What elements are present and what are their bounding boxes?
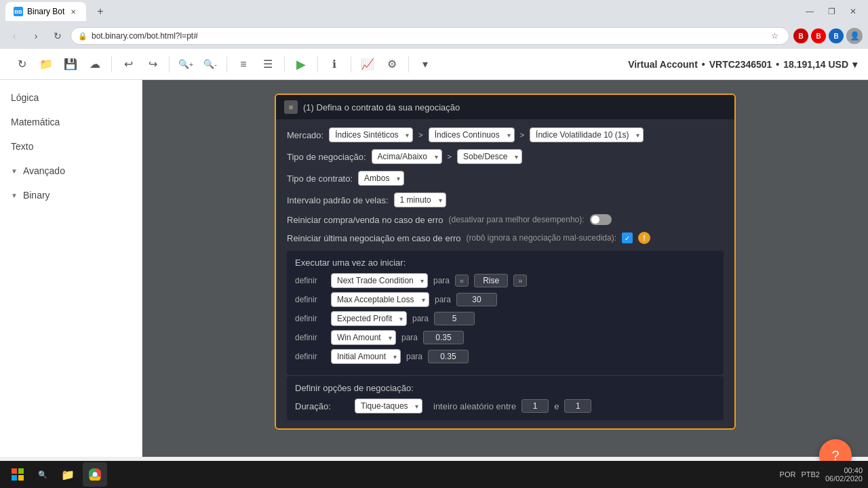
tab-close-button[interactable]: ✕	[68, 7, 78, 16]
toolbar-chart-button[interactable]: 📈	[357, 54, 378, 75]
back-button[interactable]: ‹	[5, 27, 23, 45]
toolbar-list1-button[interactable]: ≡	[233, 54, 254, 75]
win-amount-input[interactable]	[423, 331, 464, 344]
user-avatar[interactable]: 👤	[846, 28, 863, 44]
quote-right-btn[interactable]: »	[513, 274, 527, 287]
maximize-button[interactable]: ❐	[822, 2, 841, 21]
toolbar-zoom-in-button[interactable]: 🔍+	[175, 54, 197, 75]
forward-button[interactable]: ›	[27, 27, 45, 45]
toolbar-undo-button[interactable]: ↩	[117, 54, 139, 75]
toolbar-folder-button[interactable]: 📁	[35, 54, 57, 75]
max-loss-select-input[interactable]: Max Acceptable Loss	[337, 295, 415, 304]
initial-amount-select-input[interactable]: Initial Amount	[337, 352, 387, 361]
tipo-negociacao-select-2[interactable]: Sobe/Desce	[457, 149, 522, 164]
tipo-negociacao-select-input-2[interactable]: Sobe/Desce	[463, 152, 508, 161]
start-button[interactable]	[5, 462, 30, 487]
close-button[interactable]: ✕	[844, 2, 863, 21]
win-amount-select-input[interactable]: Win Amount	[337, 333, 382, 342]
toolbar-info-button[interactable]: ℹ	[323, 54, 345, 75]
mercado-select-input-2[interactable]: Índices Contínuos	[435, 130, 500, 140]
max-loss-input[interactable]	[456, 293, 497, 306]
define-row-expected-profit: definir Expected Profit para	[295, 311, 715, 326]
tipo-negociacao-select-input[interactable]: Acima/Abaixo	[378, 152, 428, 161]
next-trade-select-input[interactable]: Next Trade Condition	[337, 276, 414, 285]
tab-favicon: BB	[14, 7, 23, 16]
warn-icon[interactable]: !	[638, 232, 650, 244]
duracao-select-input[interactable]: Tique-taques	[361, 401, 408, 411]
intervalo-select-input[interactable]: 1 minuto	[400, 195, 432, 205]
address-bar: ‹ › ↻ 🔒 bot.binary.com/bot.html?l=pt# ☆ …	[0, 23, 868, 49]
next-trade-select[interactable]: Next Trade Condition	[331, 273, 428, 288]
mercado-row: Mercado: Índices Sintéticos > Índices Co…	[287, 127, 724, 142]
reiniciar-ultima-row: Reiniciar última negociação em caso de e…	[287, 232, 724, 244]
intervalo-select[interactable]: 1 minuto	[394, 192, 446, 207]
main-layout: Lógica Matemática Texto Avançado Binary …	[0, 80, 868, 457]
taskbar-file-explorer[interactable]: 📁	[56, 462, 80, 487]
svg-rect-1	[18, 468, 24, 474]
max-loss-select[interactable]: Max Acceptable Loss	[331, 292, 429, 307]
tipo-negociacao-select[interactable]: Acima/Abaixo	[372, 149, 442, 164]
sidebar-item-binary[interactable]: Binary	[0, 183, 142, 207]
tipo-contrato-select[interactable]: Ambos	[358, 171, 404, 186]
svg-rect-2	[12, 475, 17, 481]
reload-button[interactable]: ↻	[49, 27, 66, 45]
account-info[interactable]: Virtual Account • VRTC2346501 • 18.191,1…	[628, 59, 857, 70]
tipo-contrato-select-input[interactable]: Ambos	[364, 174, 390, 183]
toolbar-settings-button[interactable]: ⚙	[381, 54, 403, 75]
toolbar-list2-button[interactable]: ☰	[257, 54, 279, 75]
mercado-select-3[interactable]: Índice Volatilidade 10 (1s)	[530, 127, 644, 142]
ext-icon-2[interactable]: B	[811, 28, 826, 43]
ext-icon-1[interactable]: B	[793, 28, 808, 43]
bot-block-body: Mercado: Índices Sintéticos > Índices Co…	[276, 119, 734, 428]
minimize-button[interactable]: —	[800, 2, 819, 21]
toolbar-refresh-button[interactable]: ↻	[11, 54, 33, 75]
toggle-knob-1	[591, 216, 599, 224]
new-tab-button[interactable]: +	[92, 3, 108, 20]
mercado-select-1[interactable]: Índices Sintéticos	[329, 127, 413, 142]
tipo-contrato-label: Tipo de contrato:	[287, 174, 353, 184]
arrow-icon-1: >	[418, 131, 422, 139]
toolbar-cloud-button[interactable]: ☁	[84, 54, 106, 75]
intervalo-label: Intervalo padrão de velas:	[287, 195, 389, 205]
initial-amount-select[interactable]: Initial Amount	[331, 349, 401, 364]
toolbar-save-button[interactable]: 💾	[60, 54, 81, 75]
expected-profit-select[interactable]: Expected Profit	[331, 311, 407, 326]
quote-left-btn[interactable]: «	[455, 274, 469, 287]
next-trade-value: Rise	[474, 274, 508, 287]
sidebar-item-avancado[interactable]: Avançado	[0, 159, 142, 183]
url-text: bot.binary.com/bot.html?l=pt#	[92, 31, 763, 41]
initial-amount-input[interactable]	[428, 350, 469, 363]
secure-icon: 🔒	[78, 32, 87, 41]
define-para-1: para	[435, 295, 451, 304]
define-row-next-trade: definir Next Trade Condition para « Rise…	[295, 273, 715, 288]
svg-rect-0	[12, 468, 17, 474]
int-min-input[interactable]	[521, 399, 549, 413]
account-sep1: •	[702, 59, 705, 70]
reiniciar-compra-toggle[interactable]	[590, 214, 612, 225]
taskbar-keyboard: PTB2	[801, 470, 820, 479]
int-max-input[interactable]	[564, 399, 591, 413]
toolbar-zoom-out-button[interactable]: 🔍-	[199, 54, 221, 75]
mercado-select-input-1[interactable]: Índices Sintéticos	[335, 130, 399, 140]
expected-profit-select-input[interactable]: Expected Profit	[337, 314, 393, 323]
duracao-select[interactable]: Tique-taques	[355, 399, 422, 413]
ext-icon-3[interactable]: B	[829, 28, 844, 43]
mercado-select-input-3[interactable]: Índice Volatilidade 10 (1s)	[536, 130, 629, 140]
taskbar-search[interactable]: 🔍	[33, 462, 53, 487]
toolbar-redo-button[interactable]: ↪	[142, 54, 163, 75]
taskbar-chrome[interactable]	[83, 462, 107, 487]
mercado-select-2[interactable]: Índices Contínuos	[429, 127, 515, 142]
reiniciar-ultima-checkbox[interactable]: ✓	[622, 232, 633, 243]
sidebar-item-texto[interactable]: Texto	[0, 134, 142, 159]
win-amount-select[interactable]: Win Amount	[331, 330, 396, 345]
sidebar-item-logica[interactable]: Lógica	[0, 85, 142, 110]
expected-profit-input[interactable]	[434, 312, 475, 325]
sidebar-label-matematica: Matemática	[11, 117, 60, 127]
star-button[interactable]: ☆	[767, 28, 782, 43]
sidebar-label-texto: Texto	[11, 141, 33, 152]
url-bar[interactable]: 🔒 bot.binary.com/bot.html?l=pt# ☆	[71, 27, 789, 45]
sidebar-item-matematica[interactable]: Matemática	[0, 110, 142, 134]
toolbar-play-button[interactable]: ▶	[290, 54, 312, 75]
browser-tab[interactable]: BB Binary Bot ✕	[5, 2, 86, 21]
toolbar-more-button[interactable]: ▾	[414, 54, 436, 75]
